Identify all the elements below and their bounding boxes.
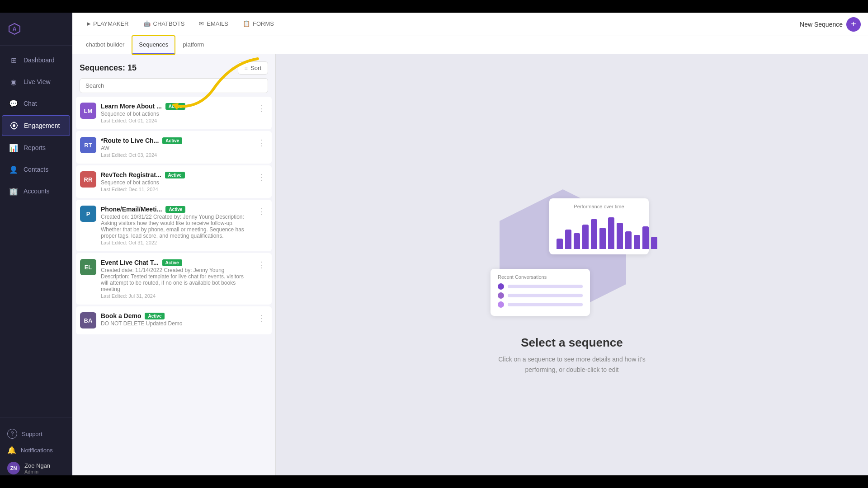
chart-bar xyxy=(591,219,597,249)
seq-name: Phone/Email/Meeti... xyxy=(101,206,162,213)
seq-name-row: Book a Demo Active xyxy=(101,312,251,319)
performance-chart: Performance over time xyxy=(549,198,649,254)
dashboard-icon: ⊞ xyxy=(9,56,18,65)
seq-avatar: RT xyxy=(80,137,96,153)
seq-status-badge: Active xyxy=(165,206,185,213)
engagement-icon xyxy=(9,121,19,130)
sub-nav-chatbot-builder[interactable]: chatbot builder xyxy=(80,36,131,54)
sidebar-item-label: Live View xyxy=(24,78,51,85)
search-box xyxy=(80,78,268,93)
sequence-item-rt[interactable]: RT *Route to Live Ch... Active AW Last E… xyxy=(76,131,272,164)
seq-status-badge: Active xyxy=(145,313,165,319)
chart-bars xyxy=(557,213,642,249)
seq-avatar: LM xyxy=(80,103,96,119)
sort-icon: ≡ xyxy=(245,65,248,71)
seq-info: Learn More About ... Active Sequence of … xyxy=(101,103,251,123)
chart-bar xyxy=(582,225,589,249)
sort-button[interactable]: ≡ Sort xyxy=(238,61,268,75)
recent-conv-row-1 xyxy=(498,283,583,290)
new-sequence-button[interactable]: New Sequence + xyxy=(800,17,861,32)
detail-graphic: Performance over time Recent Conversatio… xyxy=(481,180,662,325)
seq-info: Book a Demo Active DO NOT DELETE Updated… xyxy=(101,312,251,327)
seq-date: Last Edited: Dec 11, 2024 xyxy=(101,187,251,192)
chart-bar xyxy=(651,237,657,249)
chart-bar xyxy=(617,223,623,249)
seq-date: Last Edited: Oct 03, 2024 xyxy=(101,152,251,158)
conv-dot-3 xyxy=(498,301,504,308)
chatbots-icon: 🤖 xyxy=(143,20,151,27)
seq-name: Book a Demo xyxy=(101,312,141,319)
tab-playmaker[interactable]: ▶ PLAYMAKER xyxy=(80,13,136,36)
top-nav: ▶ PLAYMAKER 🤖 CHATBOTS ✉ EMAILS 📋 FORMS … xyxy=(72,13,868,36)
sidebar-support[interactable]: ? Support xyxy=(7,425,65,442)
sidebar-item-dashboard[interactable]: ⊞ Dashboard xyxy=(2,50,70,70)
sidebar-item-contacts[interactable]: 👤 Contacts xyxy=(2,160,70,179)
seq-menu-button[interactable]: ⋮ xyxy=(256,137,268,149)
recent-conv-row-2 xyxy=(498,292,583,299)
sequences-header: Sequences: 15 ≡ Sort xyxy=(72,54,275,78)
sidebar-notifications[interactable]: 🔔 Notifications xyxy=(7,442,65,458)
live-view-icon: ◉ xyxy=(9,77,18,86)
contacts-icon: 👤 xyxy=(9,165,18,174)
seq-desc: Created on: 10/31/22 Created by: Jenny Y… xyxy=(101,214,251,239)
sidebar-item-chat[interactable]: 💬 Chat xyxy=(2,94,70,113)
accounts-icon: 🏢 xyxy=(9,187,18,196)
seq-date: Last Edited: Jul 31, 2024 xyxy=(101,293,251,299)
chart-bar xyxy=(642,226,649,249)
seq-menu-button[interactable]: ⋮ xyxy=(256,259,268,271)
sidebar-item-live-view[interactable]: ◉ Live View xyxy=(2,72,70,92)
svg-point-3 xyxy=(13,124,15,127)
select-sub: Click on a sequence to see more details … xyxy=(495,354,649,375)
sidebar-item-label: Accounts xyxy=(24,188,50,195)
sidebar-item-reports[interactable]: 📊 Reports xyxy=(2,138,70,158)
sequence-item-p[interactable]: P Phone/Email/Meeti... Active Created on… xyxy=(76,200,272,251)
seq-name: *Route to Live Ch... xyxy=(101,137,159,144)
conv-line-3 xyxy=(508,303,583,306)
seq-desc: Sequence of bot actions xyxy=(101,111,251,117)
sidebar-item-label: Contacts xyxy=(24,166,48,173)
seq-desc: Created date: 11/14/2022 Created by: Jen… xyxy=(101,267,251,292)
sub-nav-platform[interactable]: platform xyxy=(176,36,210,54)
sidebar-item-accounts[interactable]: 🏢 Accounts xyxy=(2,181,70,201)
sidebar-item-engagement[interactable]: Engagement xyxy=(2,115,70,136)
notifications-icon: 🔔 xyxy=(7,446,16,455)
notifications-label: Notifications xyxy=(21,447,53,454)
seq-info: RevTech Registrat... Active Sequence of … xyxy=(101,171,251,192)
seq-date: Last Edited: Oct 31, 2022 xyxy=(101,240,251,245)
support-icon: ? xyxy=(7,429,17,439)
sequence-item-lm[interactable]: LM Learn More About ... Active Sequence … xyxy=(76,97,272,129)
chat-icon: 💬 xyxy=(9,99,18,108)
sequence-item-rr[interactable]: RR RevTech Registrat... Active Sequence … xyxy=(76,165,272,198)
seq-menu-button[interactable]: ⋮ xyxy=(256,206,268,217)
seq-avatar: BA xyxy=(80,312,96,328)
seq-menu-button[interactable]: ⋮ xyxy=(256,312,268,324)
tab-chatbots[interactable]: 🤖 CHATBOTS xyxy=(136,13,192,36)
sidebar-item-label: Reports xyxy=(24,144,46,151)
search-input[interactable] xyxy=(80,78,268,93)
seq-name-row: Learn More About ... Active xyxy=(101,103,251,110)
seq-info: Event Live Chat T... Active Created date… xyxy=(101,259,251,299)
logo-icon: A xyxy=(7,22,22,36)
tab-forms[interactable]: 📋 FORMS xyxy=(236,13,281,36)
sequence-item-ba[interactable]: BA Book a Demo Active DO NOT DELETE Upda… xyxy=(76,306,272,334)
playmaker-icon: ▶ xyxy=(87,21,90,27)
sequences-list: LM Learn More About ... Active Sequence … xyxy=(72,97,275,488)
main-content: ▶ PLAYMAKER 🤖 CHATBOTS ✉ EMAILS 📋 FORMS … xyxy=(72,13,868,488)
chart-bar xyxy=(599,228,606,249)
seq-desc: DO NOT DELETE Updated Demo xyxy=(101,320,251,327)
seq-info: Phone/Email/Meeti... Active Created on: … xyxy=(101,206,251,245)
content-area: Sequences: 15 ≡ Sort LM Learn More About… xyxy=(72,54,868,488)
seq-menu-button[interactable]: ⋮ xyxy=(256,171,268,183)
sub-nav-sequences[interactable]: Sequences xyxy=(132,36,175,54)
seq-menu-button[interactable]: ⋮ xyxy=(256,103,268,114)
new-sequence-label: New Sequence xyxy=(800,21,843,28)
user-role: Admin xyxy=(24,469,50,474)
seq-avatar: EL xyxy=(80,259,96,275)
sequence-item-el[interactable]: EL Event Live Chat T... Active Created d… xyxy=(76,253,272,305)
seq-info: *Route to Live Ch... Active AW Last Edit… xyxy=(101,137,251,158)
chart-bar xyxy=(574,233,580,249)
logo-area: A xyxy=(0,13,72,46)
seq-desc: AW xyxy=(101,145,251,151)
tab-emails[interactable]: ✉ EMAILS xyxy=(192,13,236,36)
conv-dot-1 xyxy=(498,283,504,290)
